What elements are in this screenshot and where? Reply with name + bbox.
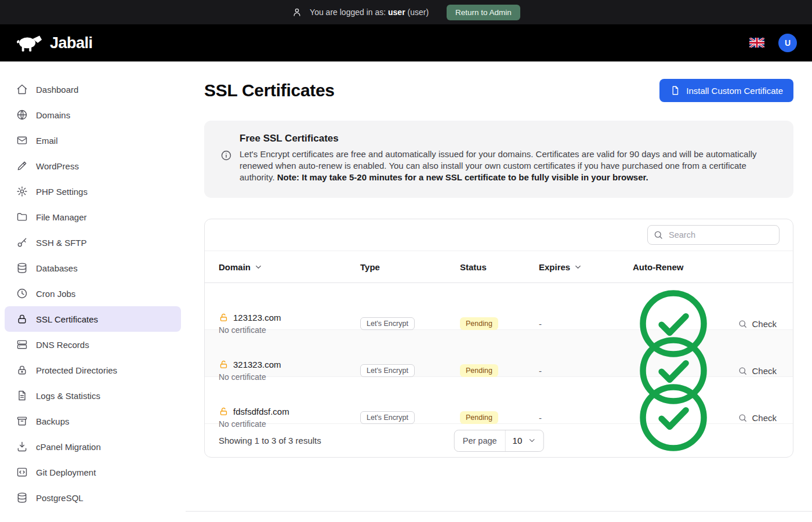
column-header-expires[interactable]: Expires [539,262,633,272]
database-icon [16,262,28,274]
per-page-select[interactable]: Per page 10 [454,430,544,452]
domain-link[interactable]: fdsfsdfdsf.com [219,407,360,416]
sidebar-item-ssh-sftp[interactable]: SSH & SFTP [5,230,181,255]
unlock-icon [219,360,229,369]
results-summary: Showing 1 to 3 of 3 results [219,436,321,445]
home-icon [16,84,28,95]
main-content: SSL Certificates Install Custom Certific… [186,61,812,522]
brand-home-link[interactable]: Jabali [15,32,93,53]
sidebar-item-label: Cron Jobs [36,289,75,299]
sidebar-item-label: Logs & Statistics [36,391,100,401]
certificate-status-subtext: No certificate [219,325,360,335]
key-icon [16,237,28,248]
sidebar-item-label: cPanel Migration [36,442,101,452]
install-custom-certificate-button[interactable]: Install Custom Certificate [659,79,793,102]
sidebar-item-label: Domains [36,110,70,120]
sidebar-item-domains[interactable]: Domains [5,102,181,128]
language-flag-uk[interactable] [749,38,764,48]
mail-icon [16,135,28,146]
globe-icon [16,109,28,121]
impersonated-role: (user) [408,8,429,17]
server-icon [16,339,28,350]
sidebar-item-dns-records[interactable]: DNS Records [5,332,181,357]
sidebar-item-cron-jobs[interactable]: Cron Jobs [5,281,181,306]
info-banner-title: Free SSL Certificates [240,133,770,144]
sidebar-item-backups[interactable]: Backups [5,408,181,434]
magnifier-icon [738,319,748,329]
sidebar-item-label: DNS Records [36,340,89,350]
sidebar-item-label: Git Deployment [36,467,96,477]
per-page-value: 10 [513,436,523,445]
check-button[interactable]: Check [738,319,777,329]
sidebar-item-logs-statistics[interactable]: Logs & Statistics [5,383,181,408]
sidebar-item-protected-directories[interactable]: Protected Directories [5,357,181,383]
info-banner: Free SSL Certificates Let's Encrypt cert… [204,121,793,198]
expires-value: - [539,319,633,329]
table-row: 123123.com No certificate Let's Encrypt … [205,283,793,330]
table-row: 321323.com No certificate Let's Encrypt … [205,330,793,377]
archive-icon [16,415,28,427]
sidebar-item-postgresql[interactable]: PostgreSQL [5,485,181,510]
certificate-status-subtext: No certificate [219,372,360,382]
sidebar-item-dashboard[interactable]: Dashboard [5,77,181,102]
lock-icon [16,313,28,325]
impersonation-message: You are logged in as: user (user) [310,8,429,17]
sidebar: Dashboard Domains Email WordPress PHP Se… [0,61,186,522]
sidebar-item-file-manager[interactable]: File Manager [5,204,181,230]
brand-name: Jabali [50,34,93,52]
folder-icon [16,211,28,223]
info-icon [220,150,232,161]
status-badge: Pending [460,364,498,377]
magnifier-icon [738,413,748,423]
check-button[interactable]: Check [738,366,777,376]
page-title: SSL Certificates [204,81,335,100]
boar-logo-icon [15,32,44,53]
info-banner-note: Note: It may take 5-20 minutes for a new… [277,172,648,182]
expires-value: - [539,366,633,376]
sidebar-item-php-settings[interactable]: PHP Settings [5,179,181,204]
chevron-down-icon [254,263,263,271]
domain-link[interactable]: 321323.com [219,360,360,369]
sidebar-item-ssl-certificates[interactable]: SSL Certificates [5,306,181,332]
column-header-domain[interactable]: Domain [219,262,360,272]
code-icon [16,466,28,478]
magnifier-icon [738,366,748,376]
app-header: Jabali U [0,24,812,61]
table-row: fdsfsdfdsf.com No certificate Let's Encr… [205,377,793,424]
search-icon [653,230,664,240]
sidebar-item-label: SSL Certificates [36,314,98,324]
sidebar-item-label: PHP Settings [36,187,88,197]
sidebar-item-label: Protected Directories [36,365,117,375]
sidebar-item-git-deployment[interactable]: Git Deployment [5,459,181,485]
sidebar-item-email[interactable]: Email [5,128,181,153]
unlock-icon [219,313,229,322]
check-button[interactable]: Check [738,413,777,423]
shield-lock-icon [16,364,28,376]
sidebar-item-label: WordPress [36,161,79,171]
certificate-file-icon [670,85,680,96]
chevron-down-icon [527,436,536,445]
sidebar-item-wordpress[interactable]: WordPress [5,153,181,179]
type-badge: Let's Encrypt [360,317,415,330]
info-banner-body: Let's Encrypt certificates are free and … [240,148,770,183]
user-icon [292,7,302,17]
gear-icon [16,186,28,197]
per-page-label: Per page [455,430,506,451]
return-to-admin-button[interactable]: Return to Admin [447,5,520,20]
sidebar-item-cpanel-migration[interactable]: cPanel Migration [5,434,181,459]
impersonation-bar: You are logged in as: user (user) Return… [0,0,812,24]
user-avatar[interactable]: U [778,34,797,52]
domain-link[interactable]: 123123.com [219,313,360,322]
clock-icon [16,288,28,299]
search-input[interactable] [647,225,780,245]
page: You are logged in as: user (user) Return… [0,0,812,522]
table-footer: Showing 1 to 3 of 3 results Per page 10 [205,424,793,457]
status-badge: Pending [460,411,498,424]
document-icon [16,390,28,401]
impersonated-username: user [388,8,405,17]
column-header-type: Type [360,262,460,272]
sidebar-item-label: Databases [36,263,78,273]
sidebar-item-databases[interactable]: Databases [5,255,181,281]
unlock-icon [219,407,229,416]
page-footer: Jabali Panel GitHub · © 2026 Jabali v0.9… [186,511,812,522]
